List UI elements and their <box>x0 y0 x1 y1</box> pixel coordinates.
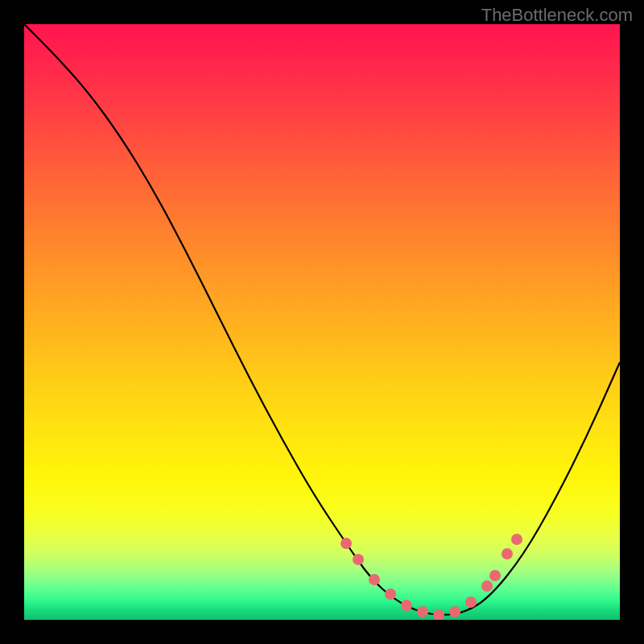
highlight-markers <box>341 534 522 620</box>
marker-point <box>401 600 412 611</box>
watermark-text: TheBottleneck.com <box>481 5 633 26</box>
marker-point <box>465 597 477 608</box>
marker-point <box>481 580 493 592</box>
marker-point <box>433 609 444 620</box>
marker-point <box>353 554 364 565</box>
bottleneck-curve <box>24 24 620 615</box>
chart-svg <box>24 24 620 620</box>
marker-point <box>385 588 396 600</box>
marker-point <box>502 548 513 559</box>
marker-point <box>511 534 522 545</box>
marker-point <box>369 574 380 585</box>
marker-point <box>417 606 428 617</box>
chart-plot-area <box>24 24 620 620</box>
marker-point <box>449 606 460 617</box>
marker-point <box>489 570 501 581</box>
marker-point <box>341 538 352 549</box>
